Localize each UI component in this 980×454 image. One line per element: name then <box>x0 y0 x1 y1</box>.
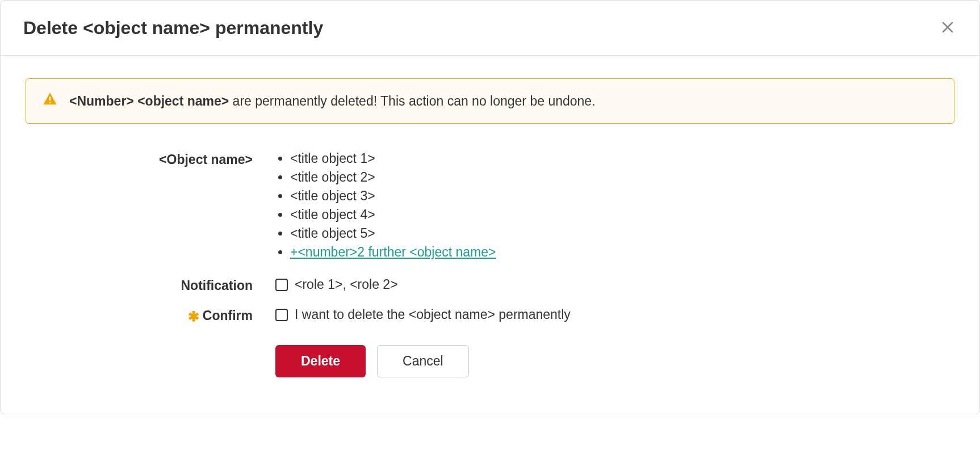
notification-label: Notification <box>26 277 275 293</box>
svg-rect-2 <box>49 96 51 100</box>
warning-icon <box>42 91 58 111</box>
notification-value: <role 1>, <role 2> <box>275 277 954 292</box>
notification-row: Notification <role 1>, <role 2> <box>26 277 954 293</box>
button-row: Delete Cancel <box>275 345 954 377</box>
dialog-header: Delete <object name> permanently <box>1 1 979 56</box>
list-item: <title object 2> <box>290 170 954 185</box>
confirm-text: I want to delete the <object name> perma… <box>295 307 571 322</box>
object-list: <title object 1> <title object 2> <title… <box>275 151 954 260</box>
required-icon: ✱ <box>188 309 199 324</box>
delete-dialog: Delete <object name> permanently <Number… <box>0 0 980 414</box>
warning-rest: are permanently deleted! This action can… <box>229 94 595 108</box>
list-item-more: +<number>2 further <object name> <box>290 245 954 260</box>
notification-checkbox[interactable] <box>275 279 288 291</box>
more-objects-link[interactable]: +<number>2 further <object name> <box>290 245 496 259</box>
confirm-row: ✱Confirm I want to delete the <object na… <box>26 307 954 325</box>
object-list-row: <Object name> <title object 1> <title ob… <box>26 151 954 263</box>
list-item: <title object 5> <box>290 226 954 241</box>
warning-text: <Number> <object name> are permanently d… <box>69 94 596 109</box>
close-icon[interactable] <box>939 16 957 39</box>
confirm-checkbox[interactable] <box>275 309 288 321</box>
svg-rect-3 <box>49 102 51 103</box>
list-item: <title object 4> <box>290 207 954 222</box>
list-item: <title object 1> <box>290 151 954 166</box>
confirm-label: ✱Confirm <box>26 307 275 325</box>
cancel-button[interactable]: Cancel <box>377 345 469 377</box>
list-item: <title object 3> <box>290 188 954 204</box>
button-row-wrapper: Delete Cancel <box>26 338 954 377</box>
confirm-label-text: Confirm <box>203 308 253 323</box>
warning-bold: <Number> <object name> <box>69 94 229 108</box>
object-list-value: <title object 1> <title object 2> <title… <box>275 151 954 263</box>
warning-alert: <Number> <object name> are permanently d… <box>26 78 954 124</box>
dialog-title: Delete <object name> permanently <box>23 18 323 39</box>
object-list-label: <Object name> <box>26 151 275 167</box>
delete-button[interactable]: Delete <box>275 345 366 377</box>
confirm-value: I want to delete the <object name> perma… <box>275 307 954 322</box>
notification-text: <role 1>, <role 2> <box>295 277 398 292</box>
dialog-body: <Number> <object name> are permanently d… <box>1 56 979 414</box>
